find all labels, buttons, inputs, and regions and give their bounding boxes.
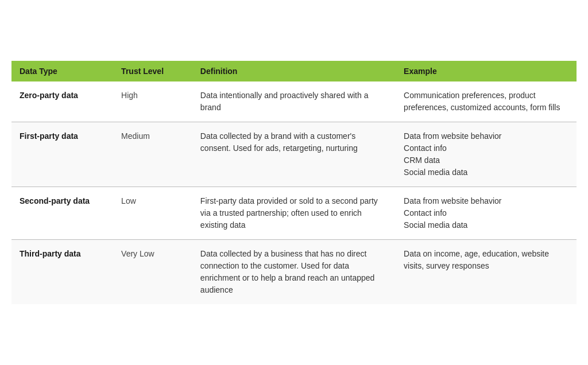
example-cell: Data from website behavior Contact info …: [396, 187, 577, 240]
table-row: Second-party data Low First-party data p…: [11, 187, 577, 240]
trust-level-cell: High: [113, 81, 192, 122]
table-header-row: Data Type Trust Level Definition Example: [11, 61, 577, 81]
table-row: Zero-party data High Data intentionally …: [11, 81, 577, 122]
example-cell: Data from website behavior Contact info …: [396, 122, 577, 187]
definition-cell: Data collected by a business that has no…: [192, 240, 396, 305]
data-type-cell: Second-party data: [11, 187, 113, 240]
header-example: Example: [396, 61, 577, 81]
table-row: Third-party data Very Low Data collected…: [11, 240, 577, 305]
trust-level-cell: Low: [113, 187, 192, 240]
header-definition: Definition: [192, 61, 396, 81]
data-type-cell: Zero-party data: [11, 81, 113, 122]
header-trust-level: Trust Level: [113, 61, 192, 81]
header-data-type: Data Type: [11, 61, 113, 81]
example-cell: Communication preferences, product prefe…: [396, 81, 577, 122]
table-row: First-party data Medium Data collected b…: [11, 122, 577, 187]
data-type-cell: First-party data: [11, 122, 113, 187]
data-types-table: Data Type Trust Level Definition Example…: [11, 61, 577, 304]
definition-cell: First-party data provided or sold to a s…: [192, 187, 396, 240]
definition-cell: Data intentionally and proactively share…: [192, 81, 396, 122]
trust-level-cell: Very Low: [113, 240, 192, 305]
data-type-cell: Third-party data: [11, 240, 113, 305]
definition-cell: Data collected by a brand with a custome…: [192, 122, 396, 187]
trust-level-cell: Medium: [113, 122, 192, 187]
example-cell: Data on income, age, education, website …: [396, 240, 577, 305]
